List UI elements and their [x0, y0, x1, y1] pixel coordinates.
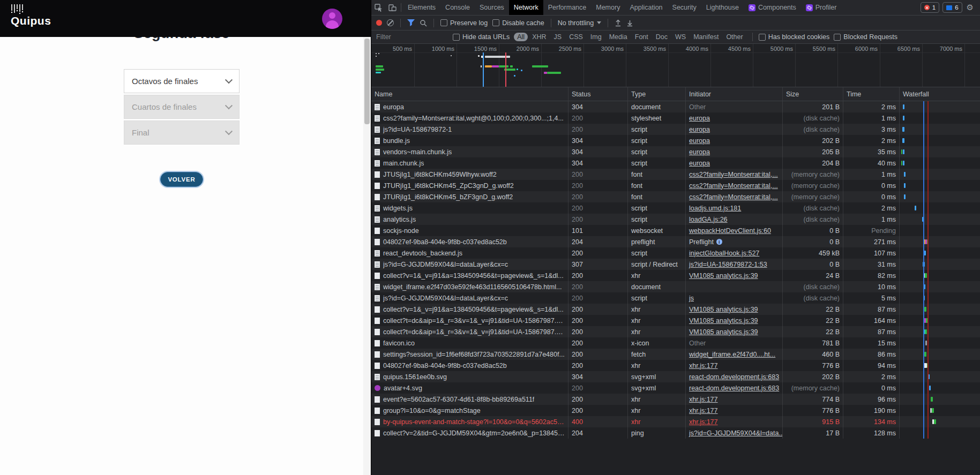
initiator-link[interactable]: js?id=G-JGJDM59X04&l=data... — [689, 429, 783, 437]
column-header-name[interactable]: Name — [371, 87, 568, 101]
initiator-link[interactable]: VM1085 analytics.js:39 — [689, 272, 758, 280]
hide-data-urls-checkbox[interactable]: Hide data URLs — [453, 33, 510, 41]
import-har-icon[interactable] — [615, 19, 622, 27]
initiator-link[interactable]: loadjs.umd.js:181 — [689, 205, 741, 212]
table-row[interactable]: css2?family=Montserrat:ital,wght@0,100;0… — [371, 112, 980, 124]
table-row[interactable]: js?id=G-JGJDM59X04&l=dataLayer&cx=c307sc… — [371, 259, 980, 270]
avatar[interactable] — [322, 9, 342, 29]
initiator-link[interactable]: css2?family=Montserrat:ital,... — [689, 193, 778, 201]
table-row[interactable]: js?id=G-JGJDM59X04&l=dataLayer&cx=c200sc… — [371, 292, 980, 304]
tab-performance[interactable]: Performance — [543, 0, 592, 15]
table-row[interactable]: widgets.js200scriptloadjs.umd.js:181(dis… — [371, 202, 980, 214]
initiator-link[interactable]: react-dom.development.js:683 — [689, 384, 779, 392]
tab-memory[interactable]: Memory — [591, 0, 625, 15]
table-row[interactable]: event?e=5602ac57-6307-4d61-8f8b-bb89269a… — [371, 394, 980, 405]
table-row[interactable]: vendors~main.chunk.js304scripteuropa205 … — [371, 146, 980, 157]
initiator-link[interactable]: VM1085 analytics.js:39 — [689, 317, 758, 325]
initiator-link[interactable]: css2?family=Montserrat:ital,... — [689, 171, 778, 178]
message-count-badge[interactable]: 6 — [942, 2, 962, 13]
column-header-size[interactable]: Size — [783, 87, 843, 101]
initiator-link[interactable]: VM1085 analytics.js:39 — [689, 328, 758, 336]
filter-input[interactable]: Filter — [376, 33, 448, 41]
export-har-icon[interactable] — [626, 19, 633, 27]
timeline-overview[interactable]: 500 ms1000 ms1500 ms2000 ms2500 ms3000 m… — [371, 44, 980, 87]
tab-sources[interactable]: Sources — [475, 0, 509, 15]
search-icon[interactable] — [420, 19, 427, 27]
initiator-link[interactable]: europa — [689, 115, 710, 122]
table-row[interactable]: bundle.js304scripteuropa202 B2 ms — [371, 135, 980, 146]
initiator-link[interactable]: xhr.js:177 — [689, 362, 718, 370]
table-row[interactable]: quipus.1561ee0b.svg304svg+xmlreact-dom.d… — [371, 371, 980, 382]
initiator-link[interactable]: injectGlobalHook.js:527 — [689, 250, 759, 257]
throttling-select[interactable]: No throttling — [558, 19, 601, 27]
table-row[interactable]: collect?v=2&tid=G-JGJDM59X04&gtm=2oe6n0&… — [371, 427, 980, 439]
tab-network[interactable]: Network — [509, 0, 543, 15]
filter-type-ws[interactable]: WS — [672, 33, 689, 41]
error-count-badge[interactable]: 1 — [921, 2, 939, 13]
filter-toggle-icon[interactable] — [407, 19, 415, 26]
column-header-status[interactable]: Status — [568, 87, 628, 101]
table-row[interactable]: collect?v=1&_v=j91&a=1384509456&t=pagevi… — [371, 270, 980, 281]
column-header-waterfall[interactable]: Waterfall — [900, 87, 980, 101]
table-row[interactable]: main.chunk.js304scripteuropa204 B40 ms — [371, 157, 980, 169]
tab-components[interactable]: Components — [744, 0, 801, 15]
tab-security[interactable]: Security — [668, 0, 701, 15]
table-row[interactable]: widget_iframe.e2f47d03e592fe463d11656051… — [371, 281, 980, 292]
filter-type-all[interactable]: All — [514, 33, 528, 41]
filter-type-img[interactable]: Img — [587, 33, 605, 41]
table-row[interactable]: sockjs-node101websocketwebpackHotDevClie… — [371, 225, 980, 236]
initiator-link[interactable]: react-dom.development.js:683 — [689, 373, 779, 381]
table-row[interactable]: 048027ef-9ba8-404e-9f8b-c037ed8ac52b204p… — [371, 236, 980, 247]
filter-type-xhr[interactable]: XHR — [529, 33, 549, 41]
tab-lighthouse[interactable]: Lighthouse — [701, 0, 744, 15]
app-scrollbar[interactable] — [363, 37, 371, 475]
has-blocked-cookies-checkbox[interactable]: Has blocked cookies — [759, 33, 830, 41]
table-row[interactable]: JTUSjIg1_i6t8kCHKm459Wlhyw.woff2200fontc… — [371, 169, 980, 180]
volver-button[interactable]: VOLVER — [160, 172, 203, 187]
initiator-link[interactable]: loadGA.js:26 — [689, 216, 728, 223]
filter-type-font[interactable]: Font — [632, 33, 652, 41]
table-row[interactable]: group?l=10&o=0&g=matchStage200xhrxhr.js:… — [371, 405, 980, 416]
filter-type-manifest[interactable]: Manifest — [690, 33, 722, 41]
table-row[interactable]: react_devtools_backend.js200scriptinject… — [371, 247, 980, 259]
table-row[interactable]: JTURjIg1_i6t8kCHKm45_ZpC3gnD_g.woff2200f… — [371, 180, 980, 191]
initiator-link[interactable]: europa — [689, 137, 710, 145]
initiator-link[interactable]: widget_iframe.e2f47d0....ht... — [689, 351, 775, 358]
table-row[interactable]: by-quipus-event-and-match-stage?l=100&o=… — [371, 416, 980, 427]
table-row[interactable]: avatar+4.svg200svg+xmlreact-dom.developm… — [371, 382, 980, 394]
table-row[interactable]: collect?t=dc&aip=1&_r=3&v=1&_v=j91&tid=U… — [371, 315, 980, 326]
initiator-link[interactable]: europa — [689, 126, 710, 133]
column-header-initiator[interactable]: Initiator — [686, 87, 783, 101]
initiator-link[interactable]: xhr.js:177 — [689, 396, 718, 403]
column-header-type[interactable]: Type — [628, 87, 686, 101]
table-row[interactable]: collect?v=1&_v=j91&a=1384509456&t=pagevi… — [371, 304, 980, 315]
initiator-link[interactable]: js — [689, 295, 694, 302]
table-row[interactable]: europa304documentOther201 B2 ms — [371, 101, 980, 112]
initiator-link[interactable]: xhr.js:177 — [689, 418, 718, 426]
initiator-link[interactable]: xhr.js:177 — [689, 407, 718, 414]
device-toolbar-icon[interactable] — [385, 0, 399, 15]
settings-gear-icon[interactable]: ⚙ — [967, 3, 974, 12]
table-row[interactable]: favicon.ico200x-iconOther781 B15 ms — [371, 337, 980, 349]
initiator-link[interactable]: europa — [689, 160, 710, 167]
disable-cache-checkbox[interactable]: Disable cache — [492, 19, 544, 27]
scrollbar-thumb[interactable] — [364, 39, 370, 124]
record-button[interactable] — [376, 20, 382, 26]
table-row[interactable]: analytics.js200scriptloadGA.js:26(disk c… — [371, 214, 980, 225]
table-row[interactable]: JTURjIg1_i6t8kCHKm45_bZF3gnD_g.woff2200f… — [371, 191, 980, 202]
table-row[interactable]: js?id=UA-158679872-1200scripteuropa(disk… — [371, 124, 980, 135]
table-row[interactable]: collect?t=dc&aip=1&_r=3&v=1&_v=j91&tid=U… — [371, 326, 980, 337]
inspect-element-icon[interactable] — [371, 0, 385, 15]
clear-icon[interactable] — [387, 19, 394, 26]
column-header-time[interactable]: Time — [843, 87, 900, 101]
tab-elements[interactable]: Elements — [403, 0, 440, 15]
blocked-requests-checkbox[interactable]: Blocked Requests — [834, 33, 897, 41]
tab-console[interactable]: Console — [440, 0, 475, 15]
initiator-link[interactable]: VM1085 analytics.js:39 — [689, 306, 758, 313]
table-row[interactable]: settings?session_id=1f6ef68fd3f723a70352… — [371, 349, 980, 360]
filter-type-media[interactable]: Media — [606, 33, 631, 41]
filter-type-doc[interactable]: Doc — [653, 33, 671, 41]
initiator-link[interactable]: webpackHotDevClient.js:60 — [689, 227, 771, 235]
table-row[interactable]: 048027ef-9ba8-404e-9f8b-c037ed8ac52b200x… — [371, 360, 980, 371]
filter-type-other[interactable]: Other — [723, 33, 746, 41]
